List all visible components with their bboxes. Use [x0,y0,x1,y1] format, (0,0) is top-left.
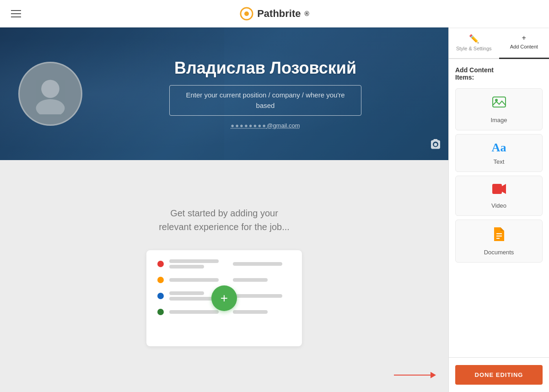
svg-point-1 [244,11,249,16]
logo-text: Pathbrite [257,8,301,20]
avatar-person-icon [30,73,71,114]
documents-label: Documents [484,249,514,256]
pencil-icon: ✏️ [469,34,479,44]
profile-header: Владислав Лозовский Enter your current p… [0,27,448,160]
pathbrite-logo-icon [240,7,253,21]
image-icon [492,95,506,113]
portfolio-content: Get started by adding your relevant expe… [0,160,448,392]
card-row-2 [157,277,291,283]
text-label: Text [494,158,505,165]
done-editing-area: DONE EDITING [449,357,549,392]
right-sidebar: ✏️ Style & Settings + Add Content Add Co… [448,27,549,392]
main-layout: Владислав Лозовский Enter your current p… [0,27,549,392]
video-label: Video [491,202,506,209]
svg-rect-4 [493,97,506,107]
content-item-text[interactable]: Aa Text [455,134,543,172]
add-content-items-title: Add Content Items: [455,66,543,85]
logo: Pathbrite® [240,7,309,21]
tab-add-label: Add Content [510,44,538,49]
navbar: Pathbrite® [0,0,549,27]
content-item-image[interactable]: Image [455,88,543,130]
card-row-1 [157,259,291,268]
logo-symbol: ® [305,10,309,17]
dot-green [157,309,164,315]
avatar [18,62,82,126]
dot-red [157,261,164,267]
dot-blue [157,293,164,299]
content-item-video[interactable]: Video [455,176,543,216]
video-icon [492,183,506,199]
tab-style-settings[interactable]: ✏️ Style & Settings [449,27,499,59]
content-area: Владислав Лозовский Enter your current p… [0,27,448,392]
documents-icon [493,226,506,245]
svg-point-2 [41,80,59,98]
sidebar-tabs: ✏️ Style & Settings + Add Content [449,27,549,59]
done-editing-button[interactable]: DONE EDITING [455,365,543,385]
tab-add-content[interactable]: + Add Content [499,27,549,59]
empty-state-text: Get started by adding your relevant expe… [159,206,290,234]
text-icon: Aa [492,141,506,155]
card-illustration: + [146,250,302,346]
arrow-head [431,372,436,378]
image-label: Image [490,117,507,124]
dot-orange [157,277,164,283]
camera-icon[interactable] [430,139,441,153]
arrow-indicator [394,372,436,378]
profile-name: Владислав Лозовский [174,59,356,78]
plus-tab-icon: + [522,34,526,42]
svg-point-3 [36,99,65,114]
hamburger-menu[interactable] [11,10,21,17]
content-item-documents[interactable]: Documents [455,220,543,263]
profile-email: ●●●●●●●●@gmail.com [231,122,300,129]
sidebar-content: Add Content Items: Image Aa Text [449,59,549,357]
tab-style-label: Style & Settings [456,46,492,51]
avatar-container [18,62,82,126]
profile-position[interactable]: Enter your current position / company / … [169,85,361,116]
arrow-line [394,375,431,376]
svg-rect-6 [492,184,502,194]
profile-info: Владислав Лозовский Enter your current p… [101,59,430,129]
add-content-circle-button[interactable]: + [211,285,237,311]
